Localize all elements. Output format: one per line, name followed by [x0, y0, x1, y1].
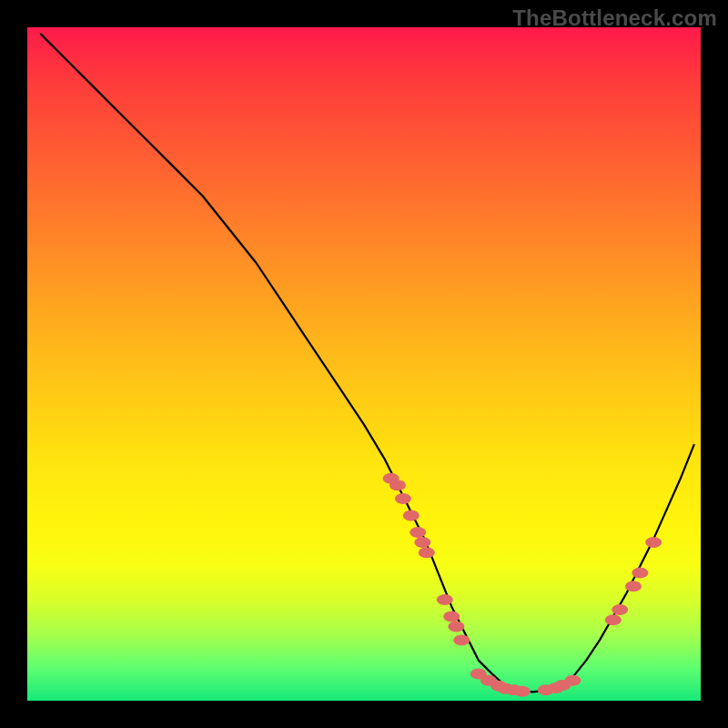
plot-area	[27, 27, 701, 701]
chart-container: TheBottleneck.com	[0, 0, 728, 728]
curve-canvas	[27, 27, 701, 701]
